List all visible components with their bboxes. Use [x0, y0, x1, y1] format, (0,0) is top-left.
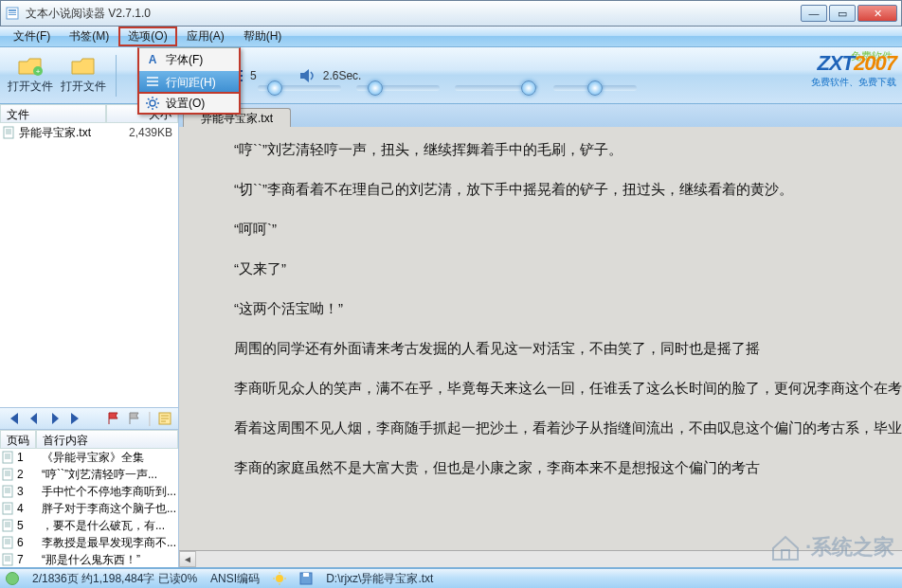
dd-settings-label: 设置(O): [166, 96, 205, 112]
note-icon[interactable]: [157, 411, 172, 426]
voice-speed-value: 2.6Sec.: [323, 69, 362, 82]
text-file-icon: [2, 126, 15, 139]
file-list-area: 文件 大小 异能寻宝家.txt 2,439KB: [0, 104, 178, 407]
page-row-text: “那是什么鬼东西！”: [42, 552, 176, 567]
page-row[interactable]: 2 “哼``”刘艺清轻哼一声...: [0, 466, 178, 483]
main-split: 文件 大小 异能寻宝家.txt 2,439KB | 页码 首行内容 1: [0, 104, 902, 568]
reader-tabbar: 异能寻宝家.txt: [179, 104, 902, 127]
titlebar: 文本小说阅读器 V2.7.1.0 — ▭ ✕: [0, 0, 902, 27]
toolbar: 免费软件 + 打开文件 打开文件 AA 12 5 2.6Sec. ZXT2007…: [0, 47, 902, 104]
page-row-num: 2: [17, 468, 38, 481]
page-row[interactable]: 6 李教授是最早发现李商不...: [0, 534, 178, 551]
svg-line-12: [148, 98, 150, 100]
folder-icon: [70, 56, 97, 77]
app-icon: [5, 6, 20, 21]
folder-add-icon: +: [17, 56, 44, 77]
file-row[interactable]: 异能寻宝家.txt 2,439KB: [0, 123, 178, 142]
page-icon: [2, 519, 13, 532]
reader-paragraph: 周围的同学还有外面请来考古发掘的人看见这一对活宝，不由笑了，同时也是摇了摇: [206, 337, 902, 360]
open-catalog-button[interactable]: 打开文件: [59, 51, 108, 100]
voice-stat: 2.6Sec.: [298, 68, 362, 83]
page-hdr-num[interactable]: 页码: [0, 430, 36, 449]
linespace-slider[interactable]: [356, 85, 440, 91]
open-file-button[interactable]: + 打开文件: [6, 51, 55, 100]
svg-line-15: [156, 98, 158, 100]
page-row[interactable]: 7 “那是什么鬼东西！”: [0, 551, 178, 567]
reader-body[interactable]: “哼``”刘艺清轻哼一声，扭头，继续挥舞着手中的毛刷，铲子。“切``”李商看着不…: [179, 127, 902, 550]
svg-rect-93: [782, 550, 789, 560]
svg-point-7: [150, 100, 155, 106]
page-list-header: 页码 首行内容: [0, 430, 178, 449]
linespace-value: 5: [250, 69, 257, 82]
page-row-text: 李教授是最早发现李商不...: [42, 535, 176, 551]
reader-paragraph: “切``”李商看着不在理自己的刘艺清，放下手中摇晃着的铲子，扭过头，继续看着的黄…: [206, 178, 902, 201]
menu-file[interactable]: 文件(F): [4, 27, 60, 46]
status-pages: 2/1836页 约1,198,484字 已读0%: [32, 571, 197, 587]
page-icon: [2, 451, 13, 464]
file-hdr-name[interactable]: 文件: [0, 104, 106, 123]
svg-line-13: [156, 107, 158, 109]
dd-line-spacing[interactable]: 行间距(H): [139, 71, 239, 94]
page-icon: [2, 468, 13, 481]
svg-rect-92: [303, 573, 309, 577]
svg-rect-38: [3, 503, 12, 514]
dd-font[interactable]: A 字体(F): [139, 48, 239, 71]
flag-red-icon[interactable]: [106, 411, 121, 426]
menu-options[interactable]: 选项(O): [118, 27, 176, 46]
prev-page-icon[interactable]: [27, 411, 42, 426]
next-page-icon[interactable]: [47, 411, 63, 426]
menu-bookmark[interactable]: 书签(M): [60, 27, 118, 46]
page-row[interactable]: 5 ，要不是什么破瓦，有...: [0, 517, 178, 534]
page-row-num: 3: [17, 485, 38, 498]
page-icon: [2, 553, 13, 566]
status-filepath: D:\rjxz\异能寻宝家.txt: [326, 571, 433, 587]
svg-rect-21: [4, 127, 13, 138]
page-icon: [2, 485, 13, 498]
flag-grey-icon[interactable]: [127, 411, 142, 426]
first-page-icon[interactable]: [6, 411, 21, 426]
status-encoding: ANSI编码: [210, 571, 260, 587]
dd-settings[interactable]: 设置(O): [137, 92, 241, 115]
svg-text:+: +: [36, 67, 41, 76]
page-list[interactable]: 1 《异能寻宝家》全集 2 “哼``”刘艺清轻哼一声... 3 手中忙个不停地李…: [0, 449, 178, 567]
dd-line-spacing-label: 行间距(H): [166, 75, 216, 91]
menu-help[interactable]: 帮助(H): [234, 27, 292, 46]
open-file-label: 打开文件: [8, 79, 53, 95]
voice-speed-slider[interactable]: [455, 85, 538, 91]
file-row-size: 2,439KB: [104, 126, 176, 139]
maximize-button[interactable]: ▭: [829, 5, 856, 22]
page-row-num: 7: [17, 553, 38, 566]
svg-point-86: [276, 575, 283, 582]
disk-icon: [299, 572, 313, 585]
extra-slider[interactable]: [553, 85, 637, 91]
options-dropdown: A 字体(F) 行间距(H) 设置(O): [137, 47, 241, 115]
reader-paragraph: 李商的家庭虽然不是大富大贵，但也是小康之家，李商本来不是想报这个偏门的考古: [206, 456, 902, 479]
mini-toolbar: |: [0, 407, 178, 430]
svg-rect-50: [3, 554, 12, 565]
reader-paragraph: “这两个活宝呦！”: [206, 297, 902, 320]
sun-icon: [273, 572, 286, 585]
page-row-text: ，要不是什么破瓦，有...: [42, 518, 176, 534]
reader-paragraph: “又来了”: [206, 258, 902, 280]
page-hdr-text[interactable]: 首行内容: [36, 430, 178, 449]
svg-line-14: [148, 107, 150, 109]
logo-subtext: 免费软件、免费下载: [811, 76, 896, 89]
scroll-left-icon[interactable]: ◄: [179, 551, 196, 567]
page-row-num: 6: [17, 536, 38, 549]
minimize-button[interactable]: —: [801, 5, 827, 22]
svg-rect-42: [3, 520, 12, 531]
last-page-icon[interactable]: [68, 411, 83, 426]
page-row[interactable]: 4 胖子对于李商这个脑子也...: [0, 500, 178, 517]
open-catalog-label: 打开文件: [61, 79, 106, 95]
page-row[interactable]: 1 《异能寻宝家》全集: [0, 449, 178, 466]
menu-app[interactable]: 应用(A): [177, 27, 234, 46]
file-row-name: 异能寻宝家.txt: [19, 125, 100, 141]
close-button[interactable]: ✕: [857, 5, 897, 22]
reader-paragraph: 看着这周围不见人烟，李商随手抓起一把沙土，看着沙子从指缝间流出，不由叹息这个偏门…: [206, 417, 902, 439]
page-row[interactable]: 3 手中忙个不停地李商听到...: [0, 483, 178, 500]
page-row-num: 1: [17, 451, 38, 464]
brand-logo: ZXT2007 免费软件、免费下载: [811, 51, 896, 89]
reader-paragraph: “呵呵`”: [206, 218, 902, 241]
font-size-slider[interactable]: [258, 85, 341, 91]
gear-icon: [145, 96, 160, 111]
